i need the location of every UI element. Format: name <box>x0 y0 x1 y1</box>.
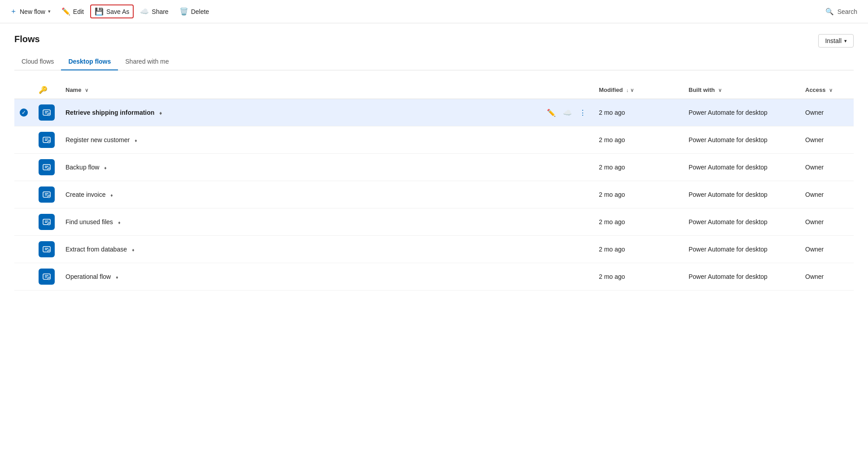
row-checkbox-cell[interactable] <box>14 236 33 263</box>
row-access-cell: Owner <box>800 99 854 126</box>
row-checkbox-cell[interactable] <box>14 126 33 154</box>
table-row[interactable]: Register new customer ⬧2 mo agoPower Aut… <box>14 126 854 154</box>
table-row[interactable]: Extract from database ⬧2 mo agoPower Aut… <box>14 236 854 263</box>
save-as-button[interactable]: 💾 Save As <box>90 4 134 18</box>
install-button[interactable]: Install ▾ <box>818 34 854 48</box>
table-row[interactable]: Operational flow ⬧2 mo agoPower Automate… <box>14 263 854 291</box>
row-share-button[interactable]: ☁️ <box>561 107 574 119</box>
row-icon-cell <box>33 126 60 154</box>
flow-icon <box>39 132 55 148</box>
row-more-button[interactable]: ⋮ <box>577 107 588 119</box>
new-flow-label: New flow <box>20 8 45 15</box>
row-icon-cell <box>33 208 60 236</box>
name-sort-icon: ∨ <box>85 87 88 93</box>
col-access-label: Access <box>805 87 826 93</box>
row-built-with-cell: Power Automate for desktop <box>683 126 800 154</box>
tab-shared-with-me[interactable]: Shared with me <box>118 53 176 70</box>
flow-icon <box>39 241 55 257</box>
flow-name: Backup flow ⬧ <box>65 164 107 171</box>
flow-name: Create invoice ⬧ <box>65 191 113 198</box>
row-icon-cell <box>33 236 60 263</box>
col-built-label: Built with <box>689 87 715 93</box>
row-access-cell: Owner <box>800 181 854 208</box>
built-with-value: Power Automate for desktop <box>689 273 768 280</box>
row-modified-cell: 2 mo ago <box>593 99 683 126</box>
col-modified-label: Modified <box>599 87 623 93</box>
edit-icon: ✏️ <box>61 7 70 16</box>
col-name-label: Name <box>65 87 81 93</box>
share-button[interactable]: ☁️ Share <box>135 4 173 18</box>
flow-name: Register new customer ⬧ <box>65 136 138 143</box>
row-access-cell: Owner <box>800 208 854 236</box>
modified-value: 2 mo ago <box>599 109 625 116</box>
modified-value: 2 mo ago <box>599 164 625 171</box>
col-header-check <box>14 81 33 99</box>
modified-sort-icon: ↓ ∨ <box>626 87 634 93</box>
flow-icon <box>39 159 55 175</box>
table-row[interactable]: ✓ Retrieve shipping information ⬧ ✏️ ☁️ … <box>14 99 854 126</box>
row-checkbox-cell[interactable] <box>14 154 33 181</box>
col-header-key: 🔑 <box>33 81 60 99</box>
row-built-with-cell: Power Automate for desktop <box>683 236 800 263</box>
row-name-cell: Extract from database ⬧ <box>60 236 593 263</box>
col-header-name[interactable]: Name ∨ <box>60 81 593 99</box>
premium-icon: ⬧ <box>104 164 107 171</box>
search-icon: 🔍 <box>825 8 834 16</box>
access-value: Owner <box>805 218 824 226</box>
flow-name: Retrieve shipping information ⬧ <box>65 109 162 116</box>
share-icon: ☁️ <box>140 7 149 16</box>
flow-icon <box>39 214 55 230</box>
built-sort-icon: ∨ <box>718 87 722 93</box>
premium-icon: ⬧ <box>159 109 162 116</box>
modified-value: 2 mo ago <box>599 273 625 280</box>
col-header-modified[interactable]: Modified ↓ ∨ <box>593 81 683 99</box>
row-checkbox-cell[interactable] <box>14 263 33 291</box>
row-icon-cell <box>33 154 60 181</box>
col-header-built-with[interactable]: Built with ∨ <box>683 81 800 99</box>
access-value: Owner <box>805 109 824 116</box>
row-modified-cell: 2 mo ago <box>593 154 683 181</box>
table-row[interactable]: Find unused files ⬧2 mo agoPower Automat… <box>14 208 854 236</box>
delete-label: Delete <box>191 8 209 15</box>
flow-name: Find unused files ⬧ <box>65 218 121 226</box>
header-row: Flows Install ▾ <box>14 34 854 53</box>
access-value: Owner <box>805 273 824 280</box>
table-row[interactable]: Create invoice ⬧2 mo agoPower Automate f… <box>14 181 854 208</box>
row-modified-cell: 2 mo ago <box>593 208 683 236</box>
table-row[interactable]: Backup flow ⬧2 mo agoPower Automate for … <box>14 154 854 181</box>
row-built-with-cell: Power Automate for desktop <box>683 263 800 291</box>
row-icon-cell <box>33 263 60 291</box>
delete-button[interactable]: 🗑️ Delete <box>175 4 214 18</box>
new-flow-button[interactable]: ＋ New flow ▾ <box>5 4 55 19</box>
premium-icon: ⬧ <box>115 273 119 280</box>
flow-name: Extract from database ⬧ <box>65 246 135 253</box>
row-modified-cell: 2 mo ago <box>593 263 683 291</box>
save-as-label: Save As <box>106 8 129 15</box>
premium-icon: ⬧ <box>134 137 138 143</box>
flow-icon <box>39 186 55 203</box>
row-modified-cell: 2 mo ago <box>593 126 683 154</box>
tab-cloud-flows[interactable]: Cloud flows <box>14 53 61 70</box>
premium-icon: ⬧ <box>131 246 135 253</box>
row-edit-button[interactable]: ✏️ <box>545 107 558 119</box>
flow-icon <box>39 269 55 285</box>
search-area[interactable]: 🔍 Search <box>820 5 863 18</box>
toolbar: ＋ New flow ▾ ✏️ Edit 💾 Save As ☁️ Share … <box>0 0 868 23</box>
modified-value: 2 mo ago <box>599 191 625 198</box>
row-built-with-cell: Power Automate for desktop <box>683 99 800 126</box>
access-value: Owner <box>805 191 824 198</box>
row-name-cell: Create invoice ⬧ <box>60 181 593 208</box>
built-with-value: Power Automate for desktop <box>689 164 768 171</box>
built-with-value: Power Automate for desktop <box>689 218 768 226</box>
tab-desktop-flows[interactable]: Desktop flows <box>61 53 118 70</box>
row-name-cell: Operational flow ⬧ <box>60 263 593 291</box>
row-checkbox-cell[interactable]: ✓ <box>14 99 33 126</box>
row-checkbox-cell[interactable] <box>14 208 33 236</box>
row-built-with-cell: Power Automate for desktop <box>683 181 800 208</box>
col-header-access[interactable]: Access ∨ <box>800 81 854 99</box>
row-actions: ✏️ ☁️ ⋮ <box>545 107 588 119</box>
checkbox-checked[interactable]: ✓ <box>20 108 28 117</box>
edit-button[interactable]: ✏️ Edit <box>57 4 88 18</box>
built-with-value: Power Automate for desktop <box>689 191 768 198</box>
row-checkbox-cell[interactable] <box>14 181 33 208</box>
